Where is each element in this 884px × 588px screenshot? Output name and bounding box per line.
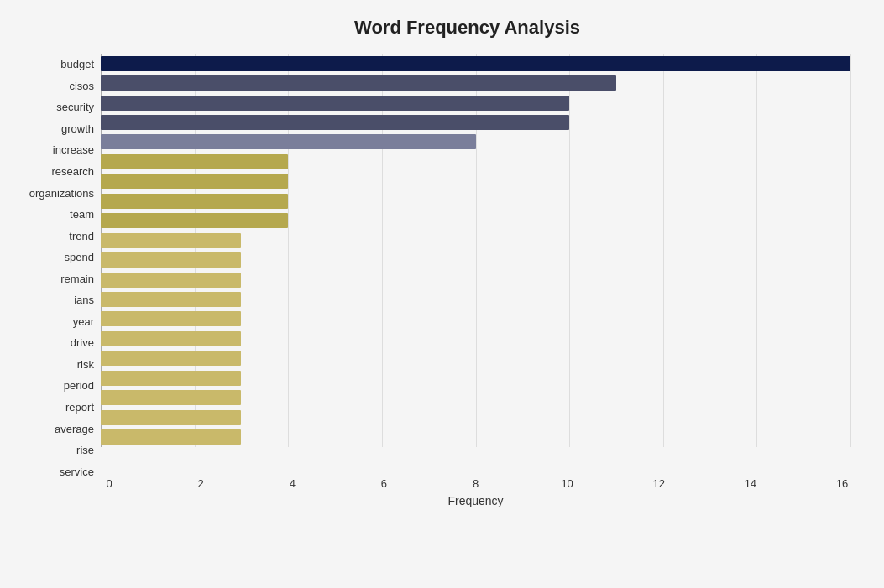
x-tick: 8	[468, 477, 484, 492]
y-label: service	[60, 461, 94, 482]
y-label: drive	[71, 332, 94, 354]
x-tick: 16	[834, 477, 850, 492]
y-label: remain	[60, 268, 94, 289]
plot-area: 0246810121416 Frequency	[101, 54, 850, 507]
bar	[101, 96, 569, 111]
bar-row	[101, 271, 850, 289]
bar	[101, 134, 476, 149]
y-label: cisos	[69, 75, 94, 97]
bars-wrapper	[101, 54, 850, 472]
x-tick: 10	[559, 477, 576, 492]
y-label: organizations	[29, 182, 94, 204]
bar-row	[101, 113, 850, 132]
chart-title: Word Frequency Analysis	[17, 17, 850, 39]
bar	[101, 252, 241, 268]
chart-area: budgetcisossecuritygrowthincreaseresearc…	[17, 54, 850, 507]
bar	[101, 292, 241, 307]
bar	[101, 331, 241, 346]
y-label: budget	[60, 54, 94, 75]
y-label: spend	[65, 247, 94, 268]
y-label: increase	[53, 139, 94, 161]
bar	[101, 194, 288, 209]
y-label: team	[70, 204, 94, 226]
x-tick: 4	[284, 477, 301, 492]
x-tick: 6	[375, 477, 392, 492]
y-label: research	[51, 161, 94, 183]
bar	[101, 351, 241, 366]
bar	[101, 273, 241, 288]
bar-row	[101, 330, 850, 348]
y-label: ians	[74, 289, 94, 311]
bar	[101, 56, 850, 71]
y-label: period	[64, 375, 94, 397]
bar	[101, 429, 241, 445]
y-label: rise	[76, 440, 94, 461]
chart-container: Word Frequency Analysis budgetcisossecur…	[0, 0, 884, 588]
bar	[101, 371, 241, 386]
y-label: average	[55, 418, 94, 440]
x-axis: 0246810121416	[101, 472, 850, 492]
bar-row	[101, 251, 850, 269]
bar-row	[101, 133, 850, 151]
grid-line	[850, 54, 851, 447]
y-label: year	[73, 311, 94, 333]
bar-row	[101, 388, 850, 407]
y-label: security	[56, 96, 94, 118]
bar-row	[101, 153, 850, 171]
bar	[101, 115, 569, 130]
bar	[101, 75, 616, 91]
bar	[101, 174, 288, 189]
bar-row	[101, 310, 850, 328]
bar-row	[101, 408, 850, 427]
bar-row	[101, 172, 850, 190]
x-axis-label: Frequency	[101, 494, 850, 507]
y-label: report	[65, 397, 94, 419]
bar-row	[101, 55, 850, 73]
x-tick: 2	[192, 477, 209, 492]
bar-row	[101, 192, 850, 211]
y-axis: budgetcisossecuritygrowthincreaseresearc…	[17, 54, 101, 507]
bar-row	[101, 74, 850, 92]
bar	[101, 233, 241, 248]
y-label: growth	[61, 118, 94, 140]
bar-row	[101, 290, 850, 309]
x-tick: 12	[651, 477, 667, 492]
bar-row	[101, 211, 850, 230]
bar	[101, 213, 288, 228]
bar-row	[101, 232, 850, 250]
bar-row	[101, 349, 850, 367]
x-tick: 0	[101, 477, 118, 492]
bar	[101, 154, 288, 169]
x-tick: 14	[742, 477, 759, 492]
bar	[101, 311, 241, 326]
bar-row	[101, 369, 850, 388]
bar-row	[101, 428, 850, 446]
bar	[101, 410, 241, 425]
bar	[101, 390, 241, 405]
y-label: risk	[77, 354, 94, 376]
y-label: trend	[69, 225, 94, 247]
bar-row	[101, 94, 850, 112]
